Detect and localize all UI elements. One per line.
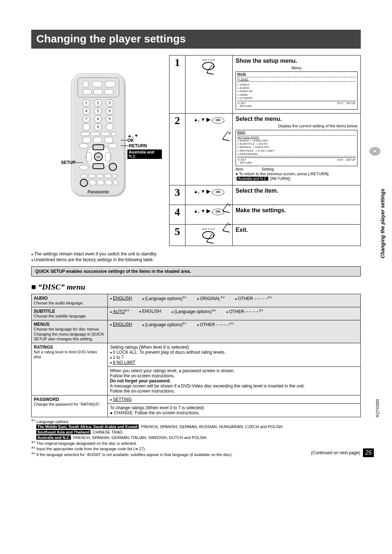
svg-point-52 — [80, 179, 87, 186]
continued-label: (Continued on next page) — [311, 450, 360, 455]
svg-rect-31 — [101, 132, 110, 136]
step4-title: Make the settings. — [236, 207, 358, 214]
step1-osd-label: Menu — [236, 66, 358, 70]
svg-rect-35 — [105, 137, 113, 143]
ratings-opt: 8 NO LIMIT — [113, 360, 135, 365]
row-title: PASSWORD — [34, 397, 105, 402]
svg-rect-29 — [81, 132, 89, 136]
row-options: ENGLISH (Language options)※1 OTHER – – –… — [110, 322, 358, 327]
svg-point-25 — [83, 123, 90, 131]
disc-icon — [369, 145, 381, 157]
svg-point-57 — [203, 62, 214, 70]
svg-rect-47 — [81, 174, 87, 178]
disc-row-subtitle: SUBTITLE Choose the subtitle language. A… — [32, 307, 361, 320]
step-2: 2 ▲, ▼ ▶ OK Select the menu. Display the… — [170, 113, 361, 185]
row-desc: Set a rating level to limit DVD-Video pl… — [34, 350, 105, 359]
svg-point-1 — [82, 81, 89, 87]
svg-rect-3 — [105, 81, 115, 87]
label-arrows-ok: ▲, ▼OK — [127, 134, 138, 143]
remote-brand: Panasonic — [71, 189, 126, 194]
aust-badge: Australia and N.Z. — [237, 177, 268, 181]
step2-title: Select the menu. — [236, 116, 358, 122]
setup-button-icon — [202, 231, 216, 242]
svg-point-58 — [203, 231, 214, 239]
step2-setting-label: Setting — [261, 167, 274, 172]
svg-point-60 — [373, 150, 377, 153]
svg-point-46 — [109, 163, 117, 171]
row-desc: Choose the subtitle language. — [34, 314, 105, 319]
password-opt: SETTING — [113, 397, 132, 402]
svg-rect-34 — [94, 137, 102, 143]
svg-rect-30 — [91, 132, 99, 136]
svg-text:3: 3 — [109, 101, 111, 105]
step3-icon: ▲, ▼ ▶ OK — [188, 188, 229, 196]
step2-item-label: Item — [236, 167, 243, 172]
step2-note: Display the current setting of the items… — [236, 124, 358, 128]
step-number: 3 — [170, 185, 185, 205]
svg-rect-33 — [83, 137, 91, 143]
svg-rect-50 — [105, 174, 111, 178]
label-return2: RETURN — [127, 155, 144, 160]
svg-rect-37 — [93, 145, 104, 150]
label-return: -RETURN — [127, 144, 147, 148]
remote-svg: 1 2 3 4 5 6 7 8 9 0 — [71, 73, 126, 197]
svg-rect-55 — [105, 180, 112, 185]
step1-osd: MAIN DISC VIDEO AUDIO DISPLAY HDMI OTHER… — [236, 71, 358, 110]
svg-rect-49 — [97, 174, 103, 178]
svg-rect-48 — [89, 174, 95, 178]
svg-rect-39 — [86, 152, 91, 161]
page-title: Changing the player settings — [31, 30, 361, 49]
svg-rect-38 — [93, 164, 104, 169]
svg-rect-51 — [113, 174, 117, 178]
aust-return-note: : [RETURN]) — [268, 176, 291, 181]
ratings-opt: 1 to 7 — [113, 355, 124, 360]
svg-rect-4 — [83, 89, 91, 94]
remote-illustration: 1 2 3 4 5 6 7 8 9 0 — [31, 55, 162, 246]
step-number: 5 — [170, 224, 185, 246]
svg-rect-6 — [105, 89, 113, 94]
step2-osd: DISC SETTING STATE AUDIOENGLISH SUBTITLE… — [236, 130, 358, 166]
svg-rect-40 — [105, 152, 110, 161]
step3-title: Select the item. — [236, 188, 358, 194]
step2-return-note: To return to the previous screen, press … — [239, 172, 330, 176]
side-section-label: Changing the player settings — [380, 189, 385, 258]
disc-row-menus: MENUS Choose the language for disc menus… — [32, 320, 361, 343]
row-options: ENGLISH (Language options)※1 ORIGINAL※2 … — [110, 296, 358, 301]
step-number: 1 — [170, 56, 185, 114]
step-3: 3 ▲, ▼ ▶ OK Select the item. — [170, 185, 361, 205]
ratings-intro: Setting ratings (When level 8 is selecte… — [110, 345, 358, 350]
row-title: AUDIO — [34, 296, 105, 301]
disc-menu-heading: “DISC” menu — [31, 282, 361, 292]
svg-text:6: 6 — [109, 109, 111, 113]
row-desc: Change the password for “RATINGS”. — [34, 402, 105, 407]
svg-text:8: 8 — [97, 117, 99, 121]
step5-title: Exit. — [236, 227, 358, 233]
svg-text:4: 4 — [86, 109, 87, 113]
row-desc: Choose the language for disc menus. Chan… — [34, 327, 105, 341]
quick-setup-note: QUICK SETUP enables successive settings … — [31, 266, 361, 276]
svg-text:0: 0 — [97, 125, 99, 129]
row-title: SUBTITLE — [34, 309, 105, 314]
svg-text:9: 9 — [109, 117, 111, 121]
svg-rect-54 — [97, 180, 104, 185]
svg-rect-5 — [94, 89, 102, 94]
row-desc: Choose the audio language. — [34, 301, 105, 305]
step1-title: Show the setup menu. — [236, 58, 358, 64]
step2-icon: ▲, ▼ ▶ OK — [188, 116, 229, 124]
step-5: 5 SETUP Exit. — [170, 224, 361, 246]
row-options: AUTO※4 ENGLISH (Language options)※1 OTHE… — [110, 309, 358, 314]
doc-code: RQTX0099 — [376, 399, 380, 417]
svg-point-45 — [79, 165, 88, 170]
row-title: RATINGS — [34, 345, 105, 350]
ratings-opt: 0 LOCK ALL: To prevent play of discs wit… — [113, 350, 226, 355]
step-number: 2 — [170, 113, 185, 185]
step-4: 4 ▲, ▼ ▶ OK Make the settings. — [170, 205, 361, 224]
disc-row-password: PASSWORD Change the password for “RATING… — [32, 395, 361, 417]
svg-rect-32 — [111, 132, 116, 136]
step1-icon-label: SETUP — [188, 58, 229, 62]
svg-point-28 — [106, 123, 113, 131]
svg-point-44 — [109, 143, 117, 148]
ratings-password-note: When you select your ratings level, a pa… — [108, 366, 360, 394]
disc-menu-table: AUDIO Choose the audio language. ENGLISH… — [31, 294, 361, 417]
password-change-opt: ● CHANGE: Follow the on-screen instructi… — [110, 410, 358, 415]
